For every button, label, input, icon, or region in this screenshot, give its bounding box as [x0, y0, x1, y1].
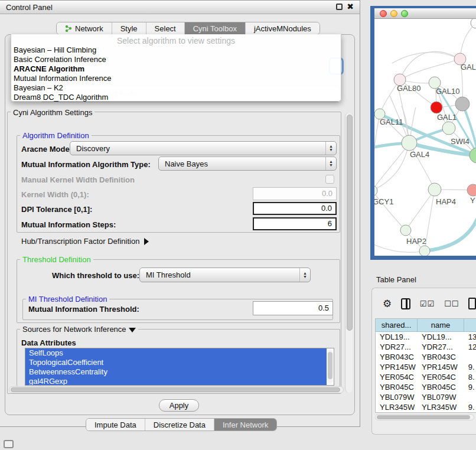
- stepper-arrows-icon: ▲▼: [325, 142, 336, 155]
- network-canvas[interactable]: GAL7GAL80GAL10GAL1GAL11SWI4GAL4GCY1HAP4Y…: [374, 19, 476, 256]
- tab-network[interactable]: Network: [57, 22, 112, 34]
- mi-steps-field[interactable]: 6: [253, 217, 337, 230]
- minimize-window-icon[interactable]: [390, 10, 397, 17]
- close-window-icon[interactable]: [380, 10, 387, 17]
- network-edge[interactable]: [406, 190, 435, 230]
- dropdown-item[interactable]: Bayesian – Hill Climbing: [11, 45, 341, 55]
- table-cell: YER054C: [418, 372, 464, 382]
- network-edge[interactable]: [400, 59, 460, 80]
- network-edge[interactable]: [425, 214, 476, 251]
- dpi-tolerance-label: DPI Tolerance [0,1]:: [21, 205, 92, 214]
- aracne-mode-combo[interactable]: Discovery ▲▼: [70, 141, 337, 155]
- network-node[interactable]: [400, 225, 411, 236]
- cyni-settings-legend: Cyni Algorithm Settings: [11, 108, 94, 117]
- settings-horizontal-scrollbar-thumb[interactable]: [11, 387, 340, 392]
- zoom-window-icon[interactable]: [401, 10, 408, 17]
- network-node[interactable]: [467, 184, 476, 196]
- table-row[interactable]: YIL052CYIL052C9: [376, 412, 476, 413]
- tab-cyni-toolbox[interactable]: Cyni Toolbox: [185, 22, 246, 34]
- network-edge[interactable]: [374, 143, 409, 191]
- hub-definition-toggle[interactable]: Hub/Transcription Factor Definition: [21, 237, 149, 246]
- table-cell: YLR345W: [376, 402, 418, 412]
- tab-infer-network[interactable]: Infer Network: [214, 419, 276, 431]
- table-cell: YBR045C: [376, 382, 418, 392]
- settings-vertical-scrollbar: [345, 113, 353, 393]
- tab-impute-data[interactable]: Impute Data: [86, 419, 145, 431]
- attribute-list-item[interactable]: gal4RGexp: [25, 377, 327, 386]
- which-threshold-combo[interactable]: MI Threshold ▲▼: [139, 268, 311, 282]
- docked-panel-icon[interactable]: [4, 440, 14, 448]
- tab-label: Style: [120, 24, 138, 33]
- dropdown-item[interactable]: Mutual Information Inference: [11, 74, 341, 83]
- network-node[interactable]: [431, 102, 442, 113]
- float-panel-icon[interactable]: [336, 4, 343, 10]
- gear-icon[interactable]: ⚙: [383, 299, 392, 309]
- dpi-tolerance-field[interactable]: 0.0: [253, 202, 337, 215]
- close-icon[interactable]: ✖: [347, 3, 354, 10]
- node-label: GAL10: [436, 87, 459, 96]
- table-row[interactable]: YBR045CYBR045C9.: [376, 382, 476, 392]
- tab-style[interactable]: Style: [112, 22, 146, 34]
- table-panel-toolbar: ⚙ ☑☑ ☐☐: [372, 295, 476, 312]
- network-node[interactable]: [402, 135, 417, 151]
- control-panel-window: Control Panel ✖ NetworkStyleSelectCyni T…: [0, 0, 360, 427]
- list-scrollbar: [327, 350, 333, 384]
- table-column-header[interactable]: name: [418, 319, 464, 331]
- attribute-list-item[interactable]: SelfLoops: [25, 348, 327, 358]
- apply-button[interactable]: Apply: [159, 399, 199, 412]
- table-row[interactable]: YDR27...YDR27...12: [376, 342, 476, 352]
- sources-legend: Sources for Network Inference: [20, 325, 138, 334]
- deselect-all-columns-icon[interactable]: ☐☐: [444, 299, 459, 308]
- table-row[interactable]: YPR145WYPR145W9.: [376, 362, 476, 372]
- list-scrollbar-thumb[interactable]: [328, 352, 332, 379]
- settings-horizontal-scrollbar: [9, 386, 344, 393]
- table-row[interactable]: YBR043CYBR043C: [376, 352, 476, 362]
- table-horizontal-scrollbar-thumb[interactable]: [377, 415, 470, 419]
- table-panel: ⚙ ☑☑ ☐☐ shared...name YDL19...YDL19...13…: [371, 288, 476, 435]
- table-row[interactable]: YBL079WYBL079W: [376, 392, 476, 402]
- dropdown-item[interactable]: Basic Correlation Inference: [11, 55, 341, 64]
- table-cell: YBR043C: [418, 352, 464, 362]
- settings-vertical-scrollbar-thumb[interactable]: [347, 115, 353, 331]
- table-cell: YIL052C: [376, 412, 418, 413]
- network-node[interactable]: [470, 148, 476, 163]
- mi-steps-label: Mutual Information Steps:: [21, 220, 116, 229]
- attribute-list-item[interactable]: TopologicalCoefficient: [25, 358, 327, 367]
- tab-label: jActiveMNodules: [254, 24, 311, 33]
- network-node[interactable]: [455, 97, 470, 111]
- network-edge[interactable]: [398, 87, 409, 143]
- manual-kernel-checkbox: [325, 175, 334, 184]
- stepper-arrows-icon: ▲▼: [299, 268, 310, 282]
- network-edge[interactable]: [374, 114, 380, 191]
- tab-jactivemnodules[interactable]: jActiveMNodules: [246, 22, 319, 34]
- table-cell: YDL19...: [376, 332, 418, 342]
- tab-discretize-data[interactable]: Discretize Data: [145, 419, 214, 431]
- node-label: GAL11: [380, 118, 403, 126]
- network-node[interactable]: [374, 185, 377, 196]
- table-row[interactable]: YDL19...YDL19...13: [376, 332, 476, 342]
- mi-threshold-field[interactable]: 0.5: [253, 301, 333, 315]
- node-label: GAL80: [397, 84, 420, 93]
- node-label: GCY1: [374, 197, 393, 206]
- table-column-header[interactable]: shared...: [376, 319, 418, 331]
- dropdown-item[interactable]: ARACNE Algorithm: [11, 64, 341, 74]
- network-node[interactable]: [471, 19, 476, 28]
- network-node[interactable]: [419, 246, 430, 256]
- network-node[interactable]: [428, 183, 441, 196]
- columns-icon[interactable]: [401, 298, 410, 309]
- attribute-list-item[interactable]: BetweennessCentrality: [25, 367, 327, 377]
- mi-type-combo[interactable]: Naive Bayes ▲▼: [158, 156, 337, 171]
- table-cell: 9.: [464, 382, 476, 392]
- aracne-mode-label: Aracne Mode:: [21, 145, 72, 154]
- dropdown-item[interactable]: Bayesian – K2: [11, 83, 341, 93]
- table-cell: YPR145W: [418, 362, 464, 372]
- table-row[interactable]: YLR345WYLR345W9.: [376, 402, 476, 412]
- select-all-columns-icon[interactable]: ☑☑: [420, 299, 435, 308]
- dropdown-item[interactable]: Dream8 DC_TDC Algorithm: [11, 93, 341, 102]
- new-table-icon[interactable]: [468, 298, 476, 309]
- expand-arrow-icon: [144, 238, 149, 245]
- table-row[interactable]: YER054CYER054C8.: [376, 372, 476, 382]
- table-column-header[interactable]: [464, 319, 476, 331]
- network-node[interactable]: [442, 122, 455, 135]
- tab-select[interactable]: Select: [146, 22, 185, 34]
